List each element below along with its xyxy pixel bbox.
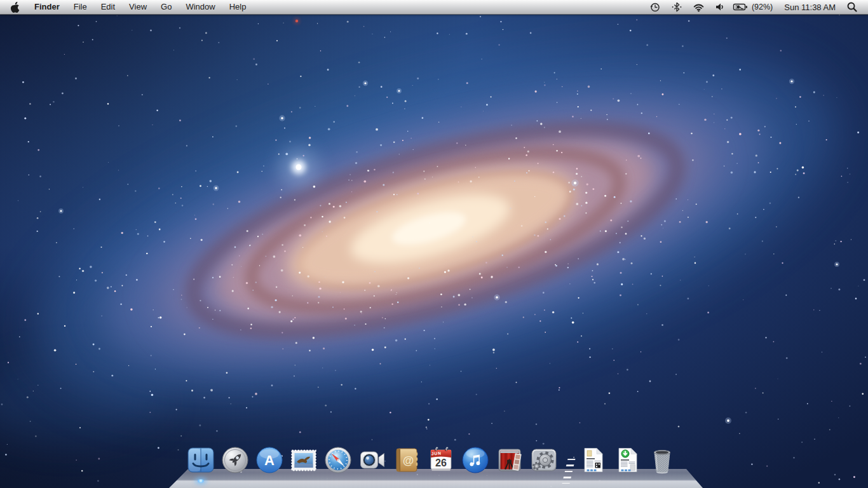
dock-separator [563, 445, 574, 475]
dock-item-document-download[interactable] [613, 445, 643, 475]
safari-icon [323, 445, 353, 475]
dock-item-launchpad[interactable] [220, 445, 250, 475]
trash-icon [647, 445, 677, 475]
desktop-wallpaper [0, 0, 868, 488]
time-machine-icon [649, 1, 661, 13]
menu-go[interactable]: Go [154, 0, 179, 14]
system-preferences-icon [529, 445, 559, 475]
svg-text:JUN: JUN [431, 451, 442, 456]
address-book-icon: @ [391, 445, 422, 475]
dock-item-trash[interactable] [647, 445, 677, 475]
facetime-icon [357, 445, 388, 475]
menu-view[interactable]: View [122, 0, 154, 14]
battery-menu[interactable]: (92%) [730, 0, 778, 14]
dock-item-ical[interactable]: JUN 26 [426, 445, 456, 475]
dock-item-safari[interactable] [323, 445, 353, 475]
mail-icon [288, 445, 319, 475]
ical-icon: JUN 26 [426, 445, 456, 475]
app-store-icon: A [254, 445, 285, 475]
desktop: Finder File Edit View Go Window Help [0, 0, 868, 488]
menu-file[interactable]: File [67, 0, 94, 14]
wifi-icon [693, 1, 705, 13]
time-machine-menu[interactable] [644, 0, 666, 14]
dock-items: A [186, 445, 677, 475]
wifi-menu[interactable] [688, 0, 710, 14]
battery-charging-icon [733, 1, 749, 13]
pdf-document-download-icon [613, 445, 643, 475]
menu-help[interactable]: Help [222, 0, 254, 14]
apple-menu[interactable] [0, 0, 27, 14]
menu-edit[interactable]: Edit [94, 0, 122, 14]
bluetooth-icon [671, 1, 682, 13]
dock-item-itunes[interactable] [460, 445, 491, 475]
menu-finder[interactable]: Finder [27, 0, 67, 14]
menu-bar: Finder File Edit View Go Window Help [0, 0, 868, 15]
companion-star [280, 148, 318, 186]
volume-icon [715, 1, 725, 13]
apple-icon [10, 1, 20, 13]
battery-percent: (92%) [749, 3, 776, 11]
photo-booth-icon [494, 445, 525, 475]
menu-clock[interactable]: Sun 11:38 AM [778, 3, 841, 12]
finder-icon [186, 445, 216, 475]
dock-item-facetime[interactable] [357, 445, 388, 475]
dock-item-address-book[interactable]: @ [391, 445, 422, 475]
spotlight-menu[interactable] [841, 0, 863, 14]
bluetooth-menu[interactable] [666, 0, 688, 14]
svg-text:26: 26 [435, 458, 447, 468]
svg-text:@: @ [403, 454, 414, 467]
menu-window[interactable]: Window [179, 0, 222, 14]
spotlight-icon [846, 1, 858, 13]
itunes-icon [460, 445, 491, 475]
dock-item-finder[interactable] [186, 445, 216, 475]
launchpad-icon [220, 445, 250, 475]
dock-item-app-store[interactable]: A [254, 445, 285, 475]
dock-item-system-preferences[interactable] [529, 445, 559, 475]
red-star [294, 18, 300, 24]
svg-text:A: A [264, 452, 275, 468]
dock-item-mail[interactable] [288, 445, 319, 475]
volume-menu[interactable] [710, 0, 730, 14]
pdf-document-icon [578, 445, 609, 475]
dock-item-document[interactable] [578, 445, 609, 475]
dock-item-photo-booth[interactable] [494, 445, 525, 475]
